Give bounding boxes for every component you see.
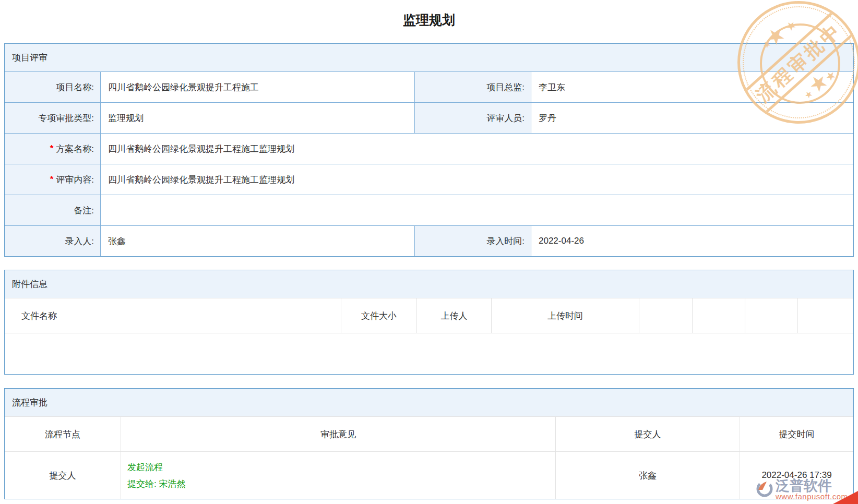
col-header-file-name: 文件名称 <box>5 298 341 333</box>
approval-type-label: 专项审批类型: <box>5 103 100 133</box>
workflow-row-node: 提交人 <box>5 452 121 499</box>
attachments-table: 文件名称 文件大小 上传人 上传时间 <box>5 298 853 374</box>
col-header-uploader: 上传人 <box>417 298 491 333</box>
chief-supervisor-label: 项目总监: <box>415 72 531 102</box>
opinion-start-flow: 发起流程 <box>127 461 163 473</box>
col-header-empty-1 <box>639 298 692 333</box>
remarks-value <box>101 195 853 225</box>
col-header-empty-3 <box>745 298 797 333</box>
review-content-label: * 评审内容: <box>5 164 100 195</box>
workflow-panel: 流程审批 流程节点 审批意见 提交人 提交时间 提交人 发起流程 提交给: 宋浩… <box>4 388 854 499</box>
page: 监理规划 项目评审 项目名称: 四川省鹅岭公园绿化景观提升工程施工 项目总监: … <box>0 0 858 504</box>
remarks-label: 备注: <box>5 195 100 225</box>
section-header-attachments: 附件信息 <box>5 270 853 298</box>
workflow-row-opinion: 发起流程 提交给: 宋浩然 <box>121 452 555 499</box>
workflow-row-submitter: 张鑫 <box>556 452 740 499</box>
col-header-submit-time: 提交时间 <box>740 417 853 451</box>
reviewer-value: 罗丹 <box>531 103 853 133</box>
attachments-empty-body <box>5 333 853 374</box>
entry-person-value: 张鑫 <box>101 226 414 256</box>
project-name-value: 四川省鹅岭公园绿化景观提升工程施工 <box>101 72 414 102</box>
required-asterisk: * <box>50 174 54 185</box>
entry-time-value: 2022-04-26 <box>531 226 853 256</box>
workflow-table: 流程节点 审批意见 提交人 提交时间 提交人 发起流程 提交给: 宋浩然 张鑫 … <box>5 417 853 499</box>
plan-name-label: * 方案名称: <box>5 134 100 164</box>
review-content-value: 四川省鹅岭公园绿化景观提升工程施工监理规划 <box>101 164 853 195</box>
col-header-approval-opinion: 审批意见 <box>121 417 555 451</box>
col-header-file-size: 文件大小 <box>341 298 416 333</box>
attachments-panel: 附件信息 文件名称 文件大小 上传人 上传时间 <box>4 270 854 375</box>
required-asterisk: * <box>50 143 54 154</box>
section-header-project-review: 项目评审 <box>5 44 853 72</box>
reviewer-label: 评审人员: <box>415 103 531 133</box>
chief-supervisor-value: 李卫东 <box>531 72 853 102</box>
col-header-upload-time: 上传时间 <box>492 298 639 333</box>
opinion-submitted-to: 提交给: 宋浩然 <box>127 478 185 490</box>
project-review-panel: 项目评审 项目名称: 四川省鹅岭公园绿化景观提升工程施工 项目总监: 李卫东 专… <box>4 43 854 257</box>
col-header-submitter: 提交人 <box>556 417 740 451</box>
section-header-workflow: 流程审批 <box>5 389 853 417</box>
project-name-label: 项目名称: <box>5 72 100 102</box>
project-review-grid: 项目名称: 四川省鹅岭公园绿化景观提升工程施工 项目总监: 李卫东 专项审批类型… <box>5 72 853 256</box>
entry-time-label: 录入时间: <box>415 226 531 256</box>
col-header-flow-node: 流程节点 <box>5 417 121 451</box>
page-title: 监理规划 <box>0 0 858 29</box>
col-header-empty-4 <box>798 298 853 333</box>
entry-person-label: 录入人: <box>5 226 100 256</box>
plan-name-value: 四川省鹅岭公园绿化景观提升工程施工监理规划 <box>101 134 853 164</box>
col-header-empty-2 <box>693 298 745 333</box>
approval-type-value: 监理规划 <box>101 103 414 133</box>
corner-ribbon-icon <box>833 491 858 504</box>
